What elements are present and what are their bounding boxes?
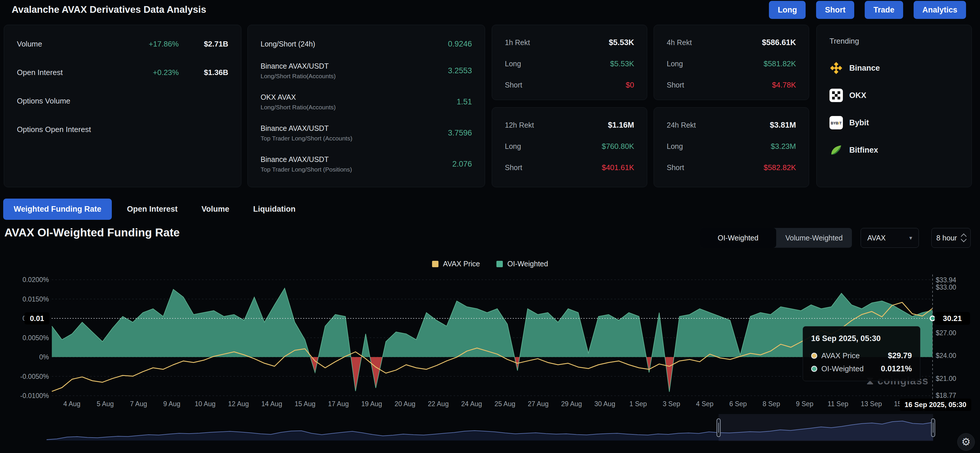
tab-liquidation[interactable]: Liquidation <box>253 205 296 214</box>
stat-label: Open Interest <box>17 68 123 77</box>
x-axis-tick: 20 Aug <box>395 400 415 408</box>
stat-value: $2.71B <box>179 40 228 49</box>
legend-label: AVAX Price <box>443 260 480 268</box>
rekt-card-24h: 24h Rekt $3.81M Long $3.23M Short $582.8… <box>654 107 809 187</box>
x-axis-tick: 14 Aug <box>261 400 282 408</box>
stat-row-options-open-interest: Options Open Interest <box>17 121 228 138</box>
rekt-short-value: $582.82K <box>764 163 796 172</box>
weighting-toggle: OI-Weighted Volume-Weighted <box>700 228 852 248</box>
rekt-long-value: $5.53K <box>610 59 634 68</box>
symbol-select-value: AVAX <box>867 234 909 242</box>
analytics-button[interactable]: Analytics <box>914 1 966 19</box>
symbol-select[interactable]: AVAX ▾ <box>861 228 919 248</box>
interval-select-value: 8 hour <box>936 234 962 242</box>
stat-value: $1.36B <box>179 68 228 77</box>
toggle-oi-weighted[interactable]: OI-Weighted <box>700 228 776 248</box>
tooltip-row-funding: OI-Weighted 0.0121% <box>811 364 912 373</box>
stat-change: +17.86% <box>123 40 179 49</box>
x-axis-tick: 4 Aug <box>64 400 81 408</box>
trending-item-label: Bybit <box>849 118 869 127</box>
ls-row: Long/Short (24h) 0.9246 <box>261 36 472 52</box>
ls-title: OKX AVAX <box>261 93 457 101</box>
rekt-short-value: $0 <box>626 81 634 90</box>
last-point-marker <box>930 316 935 321</box>
rekt-long-label: Long <box>667 60 764 68</box>
trending-item-label: Binance <box>849 64 880 73</box>
trending-item-bitfinex[interactable]: Bitfinex <box>829 141 959 159</box>
ls-row: Binance AVAX/USDT Long/Short Ratio(Accou… <box>261 59 472 83</box>
oi-weighted-swatch-icon <box>496 261 503 267</box>
price-dot-icon <box>811 353 817 359</box>
trending-item-binance[interactable]: Binance <box>829 59 959 77</box>
rekt-card-4h: 4h Rekt $586.61K Long $581.82K Short $4.… <box>654 25 809 100</box>
x-axis-tick: 22 Aug <box>428 400 449 408</box>
y-axis-left-tick: 0.0150% <box>22 295 49 303</box>
left-axis-marker: 0.01 <box>30 314 44 322</box>
rekt-long-value: $581.82K <box>764 59 796 68</box>
tooltip-label: AVAX Price <box>821 351 888 360</box>
ls-value: 1.51 <box>457 97 472 106</box>
chart-tooltip: 16 Sep 2025, 05:30 AVAX Price $29.79 OI-… <box>803 326 920 381</box>
rekt-total: $1.16M <box>608 121 634 130</box>
right-axis-marker: 30.21 <box>943 314 962 323</box>
x-axis-tick: 15 Aug <box>294 400 316 408</box>
app-root: Avalanche AVAX Derivatives Data Analysis… <box>0 0 980 453</box>
rekt-short-label: Short <box>505 163 602 172</box>
stat-label: Options Volume <box>17 97 123 106</box>
tab-open-interest[interactable]: Open Interest <box>127 205 178 214</box>
legend-oi-weighted[interactable]: OI-Weighted <box>496 260 548 268</box>
stat-row-volume: Volume +17.86% $2.71B <box>17 35 228 52</box>
page-title: Avalanche AVAX Derivatives Data Analysis <box>12 4 206 15</box>
ls-subtitle: Long/Short Ratio(Accounts) <box>261 104 457 111</box>
x-axis-tick: 30 Aug <box>595 400 616 408</box>
settings-gear-icon[interactable]: ⚙ <box>957 433 975 451</box>
rekt-short-value: $401.61K <box>602 163 634 172</box>
y-axis-right-tick: $21.00 <box>936 375 956 382</box>
rekt-long-label: Long <box>667 142 771 150</box>
y-axis-left-tick: 0.0050% <box>22 334 49 342</box>
rekt-short-label: Short <box>667 163 764 172</box>
chart-range-navigator[interactable] <box>0 413 980 448</box>
rekt-card-1h: 1h Rekt $5.53K Long $5.53K Short $0 <box>492 25 647 100</box>
trending-item-label: OKX <box>849 91 867 100</box>
x-axis-tick: 7 Aug <box>130 400 147 408</box>
trending-item-label: Bitfinex <box>849 146 878 155</box>
y-axis-right-tick: $33.00 <box>936 284 956 291</box>
rekt-short-label: Short <box>667 81 772 89</box>
rekt-long-label: Long <box>505 142 602 150</box>
x-axis-tick: 17 Aug <box>328 400 349 408</box>
x-axis-tick: 3 Sep <box>663 400 680 408</box>
rekt-title: 12h Rekt <box>505 121 608 129</box>
trending-title: Trending <box>829 36 959 49</box>
ls-title: Binance AVAX/USDT <box>261 155 452 164</box>
tooltip-value: $29.79 <box>888 351 912 360</box>
chart-tabs: Weighted Funding Rate Open Interest Volu… <box>3 199 320 220</box>
long-button[interactable]: Long <box>769 1 806 19</box>
trending-item-bybit[interactable]: BYBIT Bybit <box>829 114 959 131</box>
tab-weighted-funding-rate[interactable]: Weighted Funding Rate <box>3 199 112 220</box>
toggle-volume-weighted[interactable]: Volume-Weighted <box>776 234 852 242</box>
tab-volume[interactable]: Volume <box>202 205 229 214</box>
x-axis-tick: 4 Sep <box>696 400 714 408</box>
x-axis-tick: 5 Aug <box>97 400 114 408</box>
x-axis-tick: 25 Aug <box>494 400 515 408</box>
rekt-total: $5.53K <box>609 38 634 47</box>
header-actions: Long Short Trade Analytics <box>769 1 966 19</box>
legend-avax-price[interactable]: AVAX Price <box>432 260 480 268</box>
y-axis-left-tick: 0% <box>39 353 49 361</box>
x-axis-tick: 12 Aug <box>228 400 249 408</box>
rekt-long-value: $3.23M <box>771 142 796 151</box>
x-axis-tick: 9 Aug <box>163 400 180 408</box>
funding-dot-icon <box>811 366 817 372</box>
up-down-chevrons-icon <box>962 234 966 241</box>
interval-select[interactable]: 8 hour <box>931 228 971 248</box>
ls-row: OKX AVAX Long/Short Ratio(Accounts) 1.51 <box>261 90 472 114</box>
okx-icon <box>829 89 843 102</box>
rekt-total: $3.81M <box>770 121 796 130</box>
ls-title: Binance AVAX/USDT <box>261 124 448 133</box>
trade-button[interactable]: Trade <box>865 1 903 19</box>
rekt-title: 24h Rekt <box>667 121 770 129</box>
short-button[interactable]: Short <box>816 1 854 19</box>
trending-item-okx[interactable]: OKX <box>829 87 959 104</box>
ls-row: Binance AVAX/USDT Top Trader Long/Short … <box>261 121 472 145</box>
